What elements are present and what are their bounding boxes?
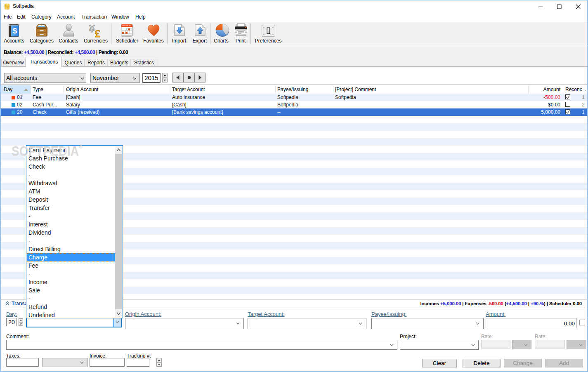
svg-text:$: $ (13, 26, 17, 35)
svg-text:£: £ (95, 28, 100, 38)
svg-text:¥: ¥ (89, 24, 95, 34)
